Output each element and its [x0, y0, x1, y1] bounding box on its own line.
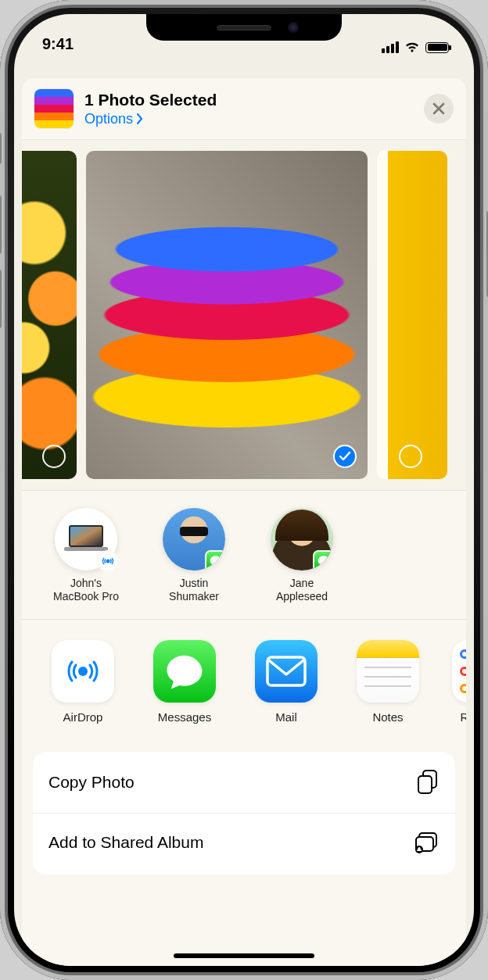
- photo-thumbnail[interactable]: [86, 151, 368, 479]
- notes-icon: [357, 640, 419, 703]
- selection-ring-unselected[interactable]: [42, 445, 66, 468]
- share-target-contact[interactable]: Jane Appleseed: [255, 508, 349, 603]
- app-label: Messages: [147, 710, 222, 724]
- chevron-right-icon: [136, 113, 144, 124]
- messages-badge-icon: [313, 550, 333, 570]
- cellular-signal-icon: [382, 41, 399, 53]
- photo-thumbnail[interactable]: [377, 151, 447, 479]
- sheet-title: 1 Photo Selected: [84, 91, 217, 109]
- screen: 9:41 1 Photo Selected Options: [14, 14, 474, 966]
- copy-icon: [416, 769, 440, 796]
- mute-switch: [0, 133, 2, 164]
- options-label: Options: [84, 111, 133, 127]
- avatar: [163, 508, 225, 570]
- action-label: Copy Photo: [48, 773, 135, 792]
- messages-badge-icon: [205, 550, 225, 570]
- share-contacts-row: John's MacBook Pro Justin Shumaker: [22, 491, 466, 620]
- messages-icon: [153, 640, 216, 703]
- airdrop-badge-icon: [97, 550, 119, 572]
- contact-name-line1: Justin: [147, 577, 241, 590]
- home-indicator[interactable]: [174, 953, 314, 958]
- wifi-icon: [404, 41, 420, 53]
- share-target-contact[interactable]: Justin Shumaker: [147, 508, 241, 603]
- speaker: [217, 25, 271, 30]
- svg-rect-1: [70, 527, 102, 545]
- header-text: 1 Photo Selected Options: [84, 91, 217, 127]
- action-add-to-shared-album[interactable]: Add to Shared Album: [33, 814, 455, 874]
- battery-icon: [425, 42, 449, 53]
- photo-selection-strip[interactable]: [22, 140, 466, 491]
- close-button[interactable]: [424, 94, 454, 123]
- svg-rect-2: [64, 547, 108, 551]
- macbook-icon: [64, 524, 108, 555]
- app-label: Mail: [249, 710, 324, 724]
- front-camera: [288, 22, 299, 33]
- sheet-header: 1 Photo Selected Options: [22, 78, 466, 140]
- avatar: [55, 508, 117, 570]
- share-app-mail[interactable]: Mail: [249, 640, 324, 724]
- share-app-messages[interactable]: Messages: [147, 640, 222, 724]
- close-icon: [432, 102, 445, 115]
- action-copy-photo[interactable]: Copy Photo: [33, 752, 455, 814]
- volume-up-button: [0, 195, 2, 254]
- airdrop-icon: [52, 640, 114, 703]
- photo-thumbnail[interactable]: [22, 151, 77, 479]
- app-label: Notes: [350, 710, 425, 724]
- contact-name-line2: MacBook Pro: [39, 590, 133, 603]
- phone-frame: 9:41 1 Photo Selected Options: [0, 0, 488, 980]
- share-apps-row[interactable]: AirDrop Messages Mail Notes: [22, 620, 466, 741]
- app-label: Re: [452, 710, 466, 724]
- contact-name-line1: Jane: [255, 577, 349, 590]
- app-label: AirDrop: [45, 710, 120, 724]
- action-label: Add to Shared Album: [48, 833, 203, 852]
- share-app-reminders[interactable]: Re: [452, 640, 466, 724]
- mail-icon: [255, 640, 318, 703]
- selection-checkmark-selected[interactable]: [333, 445, 357, 468]
- options-button[interactable]: Options: [84, 111, 217, 127]
- status-indicators: [382, 41, 449, 53]
- share-target-contact[interactable]: John's MacBook Pro: [39, 508, 133, 603]
- contact-name-line2: Shumaker: [147, 590, 241, 603]
- reminders-icon: [452, 640, 466, 703]
- share-app-notes[interactable]: Notes: [350, 640, 425, 724]
- contact-name-line2: Appleseed: [255, 590, 349, 603]
- notch: [146, 14, 342, 41]
- svg-point-4: [78, 667, 88, 676]
- share-actions-list: Copy Photo Add to Shared Album: [33, 752, 455, 874]
- contact-name-line1: John's: [39, 577, 133, 590]
- shared-album-icon: [413, 831, 440, 854]
- avatar: [271, 508, 333, 570]
- svg-rect-7: [418, 776, 432, 793]
- share-sheet: 1 Photo Selected Options: [22, 78, 466, 966]
- svg-rect-5: [267, 657, 305, 685]
- svg-point-3: [106, 560, 110, 563]
- checkmark-icon: [339, 451, 351, 462]
- selection-ring-unselected[interactable]: [399, 445, 422, 468]
- volume-down-button: [0, 270, 2, 328]
- status-time: 9:41: [42, 35, 74, 53]
- share-app-airdrop[interactable]: AirDrop: [45, 640, 120, 724]
- selected-thumbnail[interactable]: [34, 89, 74, 128]
